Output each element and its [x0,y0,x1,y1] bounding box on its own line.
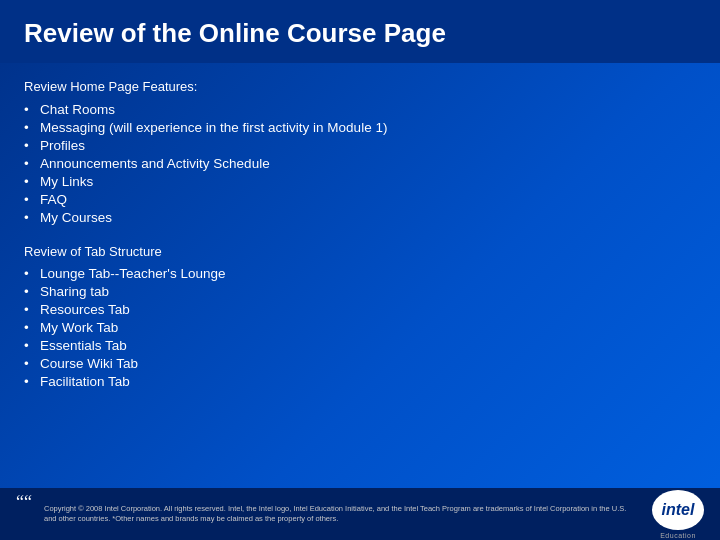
list-item: My Links [24,172,696,190]
list-item: Course Wiki Tab [24,354,696,372]
list-item: My Work Tab [24,318,696,336]
list-item: Resources Tab [24,300,696,318]
list-item: Messaging (will experience in the first … [24,118,696,136]
section1-header: Review Home Page Features: [24,79,696,94]
footer: ““ Copyright © 2008 Intel Corporation. A… [0,488,720,540]
content-area: Review Home Page Features: Chat Rooms Me… [0,63,720,390]
list-item: Facilitation Tab [24,372,696,390]
list-item: Profiles [24,136,696,154]
section1-bullet-list: Chat Rooms Messaging (will experience in… [24,100,696,226]
slide-container: Review of the Online Course Page Review … [0,0,720,540]
list-item: Sharing tab [24,282,696,300]
list-item: Lounge Tab--Teacher's Lounge [24,264,696,282]
list-item: FAQ [24,190,696,208]
intel-logo-text: intel [662,502,695,518]
section2-header: Review of Tab Structure [24,244,696,259]
slide-title: Review of the Online Course Page [24,18,446,48]
list-item: Chat Rooms [24,100,696,118]
footer-copyright: Copyright © 2008 Intel Corporation. All … [44,504,640,525]
section2-bullet-list: Lounge Tab--Teacher's Lounge Sharing tab… [24,264,696,390]
footer-quote-mark: ““ [16,488,32,513]
intel-logo: intel Education [652,490,704,539]
intel-logo-box: intel [652,490,704,530]
list-item: Essentials Tab [24,336,696,354]
title-bar: Review of the Online Course Page [0,0,720,63]
intel-edu-label: Education [660,532,696,539]
list-item: My Courses [24,208,696,226]
list-item: Announcements and Activity Schedule [24,154,696,172]
